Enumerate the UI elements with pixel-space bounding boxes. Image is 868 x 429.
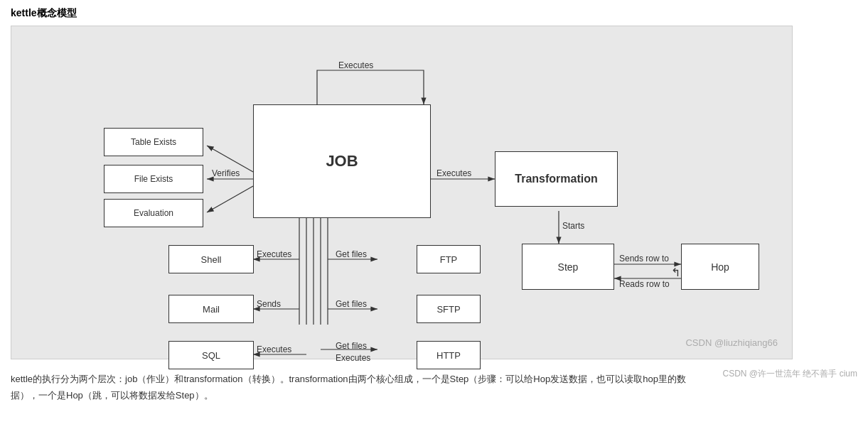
executes-sql-label: Executes [257,344,291,354]
cursor-indicator: ↰ [671,266,680,279]
page-title: kettle概念模型 [11,7,857,20]
hop-box: Hop [681,244,759,290]
executes-shell-label: Executes [257,249,291,259]
executes-transformation-label: Executes [436,168,471,178]
ftp-box: FTP [417,245,481,273]
step-box: Step [522,244,614,290]
table-exists-box: Table Exists [104,128,203,156]
get-files-ftp-label: Get files [336,249,367,259]
description-area: kettle的执行分为两个层次：job（作业）和transformation（转… [11,366,857,404]
sftp-box: SFTP [417,295,481,323]
evaluation-box: Evaluation [104,199,203,227]
sends-mail-label: Sends [257,299,281,309]
mail-box: Mail [168,295,254,323]
job-box: JOB [253,104,431,218]
sends-row-to-label: Sends row to [619,254,669,264]
get-files-sftp-label: Get files [336,299,367,309]
svg-line-5 [207,186,253,212]
starts-label: Starts [562,221,584,231]
verifies-label: Verifies [212,168,240,178]
http-box: HTTP [417,341,481,369]
reads-row-to-label: Reads row to [619,279,670,289]
executes-top-label: Executes [338,60,373,70]
file-exists-box: File Exists [104,165,203,193]
executes-http-label: Executes [336,353,370,363]
diagram-container: JOB Transformation Step Hop Table Exists… [11,26,793,359]
sql-box: SQL [168,341,254,369]
description-text: kettle的执行分为两个层次：job（作业）和transformation（转… [11,371,701,404]
shell-box: Shell [168,245,254,273]
csdn-credit: CSDN @许一世流年 绝不善手 cium [701,368,857,380]
watermark: CSDN @liuzhiqiang66 [685,337,778,348]
transformation-box: Transformation [495,151,618,207]
get-files-http-label: Get files [336,341,367,351]
